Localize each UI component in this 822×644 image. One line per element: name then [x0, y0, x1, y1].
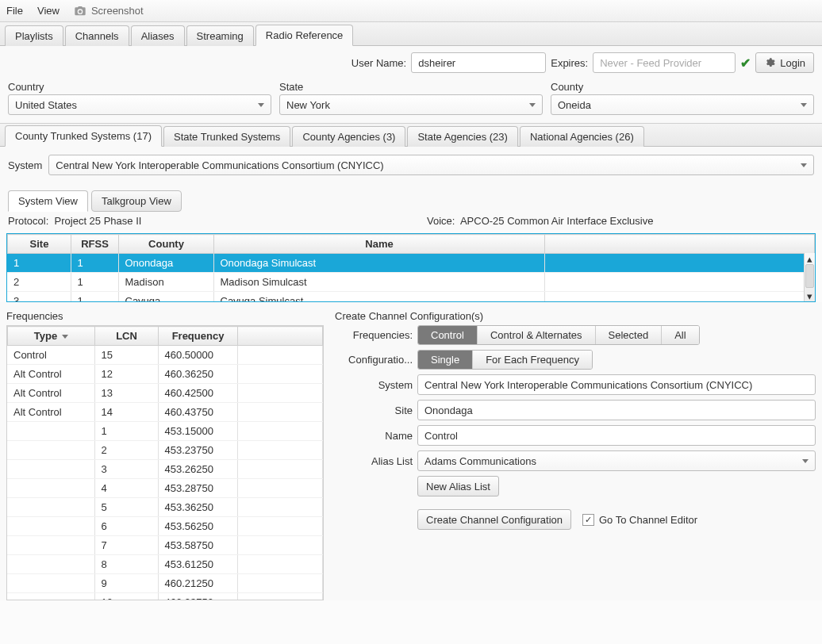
menu-file[interactable]: File: [6, 5, 23, 17]
seg-control[interactable]: Control: [418, 326, 478, 344]
goto-channel-editor-checkbox[interactable]: ✓ Go To Channel Editor: [582, 514, 697, 526]
view-tabs: System View Talkgroup View: [0, 185, 822, 212]
col-frequency[interactable]: Frequency: [159, 327, 238, 346]
cell-name: Madison Simulcast: [213, 273, 545, 292]
table-row[interactable]: 8453.61250: [7, 555, 323, 574]
create-channel-config-button[interactable]: Create Channel Configuration: [417, 509, 571, 530]
cell-type: [7, 479, 94, 498]
gear-icon: [764, 57, 775, 68]
tab-county-trunked[interactable]: County Trunked Systems (17): [5, 125, 162, 147]
lower-pane: Frequencies Type LCN Frequency Control15…: [0, 302, 822, 600]
seg-single[interactable]: Single: [418, 351, 473, 369]
table-row[interactable]: 2453.23750: [7, 441, 323, 460]
cell-freq: 460.23750: [158, 593, 237, 600]
table-row[interactable]: 31CayugaCayuga Simulcast: [7, 292, 815, 302]
site-table: Site RFSS County Name 11OnondagaOnondaga…: [6, 233, 816, 302]
tab-radio-reference[interactable]: Radio Reference: [255, 25, 354, 46]
frequencies-grid-body[interactable]: Control15460.50000Alt Control12460.36250…: [7, 346, 323, 600]
table-row[interactable]: 3453.26250: [7, 460, 323, 479]
country-label: Country: [8, 81, 271, 93]
col-site[interactable]: Site: [8, 235, 71, 254]
cell-lcn: 10: [94, 593, 158, 600]
tab-streaming[interactable]: Streaming: [186, 25, 254, 46]
county-value: Oneida: [558, 99, 591, 111]
tab-county-agencies[interactable]: County Agencies (3): [292, 126, 405, 147]
cell-type: [7, 536, 94, 555]
state-value: New York: [286, 99, 330, 111]
site-scrollbar[interactable]: ▴ ▾: [804, 253, 815, 301]
user-name-input[interactable]: [411, 52, 546, 73]
new-alias-list-button[interactable]: New Alias List: [417, 476, 499, 496]
name-input[interactable]: [417, 425, 816, 446]
cell-type: Alt Control: [7, 384, 94, 403]
cell-type: [7, 574, 94, 593]
cell-type: [7, 498, 94, 517]
table-row[interactable]: 9460.21250: [7, 574, 323, 593]
cell-rfss: 1: [71, 273, 118, 292]
cell-name: Onondaga Simulcast: [213, 254, 545, 273]
table-row[interactable]: 5453.36250: [7, 498, 323, 517]
col-rfss[interactable]: RFSS: [71, 235, 119, 254]
check-icon: ✔: [740, 56, 751, 71]
cell-freq: 453.61250: [158, 555, 237, 574]
seg-all[interactable]: All: [662, 326, 698, 344]
chevron-down-icon: [801, 103, 807, 107]
state-label: State: [279, 81, 543, 93]
tab-state-trunked[interactable]: State Trunked Systems: [163, 126, 290, 147]
tab-channels[interactable]: Channels: [65, 25, 129, 46]
table-row[interactable]: 6453.56250: [7, 517, 323, 536]
col-lcn[interactable]: LCN: [95, 327, 159, 346]
alias-list-combo[interactable]: Adams Communications: [417, 450, 816, 471]
cell-type: [7, 441, 94, 460]
seg-control-alt[interactable]: Control & Alternates: [478, 326, 596, 344]
tab-system-view[interactable]: System View: [8, 190, 88, 212]
tab-aliases[interactable]: Aliases: [131, 25, 185, 46]
table-row[interactable]: 11OnondagaOnondaga Simulcast: [7, 254, 815, 273]
scroll-down-icon[interactable]: ▾: [805, 290, 815, 301]
cell-freq: 453.23750: [158, 441, 237, 460]
col-county[interactable]: County: [119, 235, 214, 254]
cell-lcn: 4: [94, 479, 158, 498]
cell-freq: 453.36250: [158, 498, 237, 517]
table-row[interactable]: 10460.23750: [7, 593, 323, 600]
seg-selected[interactable]: Selected: [596, 326, 663, 344]
county-combo[interactable]: Oneida: [551, 94, 814, 115]
site-grid[interactable]: Site RFSS County Name: [7, 234, 815, 254]
table-row[interactable]: Control15460.50000: [7, 346, 323, 365]
main-tabs: Playlists Channels Aliases Streaming Rad…: [0, 22, 822, 46]
tab-national-agencies[interactable]: National Agencies (26): [520, 126, 644, 147]
menu-screenshot[interactable]: Screenshot: [74, 5, 144, 17]
table-row[interactable]: 7453.58750: [7, 536, 323, 555]
system-input[interactable]: [417, 374, 816, 395]
login-button[interactable]: Login: [755, 52, 814, 73]
system-row: System Central New York Interoperable Co…: [0, 147, 822, 185]
cell-site: 2: [7, 273, 71, 292]
country-combo[interactable]: United States: [8, 94, 271, 115]
cell-lcn: 5: [94, 498, 158, 517]
col-type[interactable]: Type: [8, 327, 95, 346]
cell-lcn: 9: [94, 574, 158, 593]
voice-value: APCO-25 Common Air Interface Exclusive: [460, 215, 653, 227]
table-row[interactable]: 4453.28750: [7, 479, 323, 498]
site-grid-body[interactable]: 11OnondagaOnondaga Simulcast21MadisonMad…: [7, 254, 815, 301]
menu-view[interactable]: View: [37, 5, 60, 17]
seg-for-each[interactable]: For Each Frequency: [473, 351, 592, 369]
table-row[interactable]: Alt Control12460.36250: [7, 365, 323, 384]
protocol-value: Project 25 Phase II: [55, 215, 142, 227]
state-combo[interactable]: New York: [279, 94, 543, 115]
tab-talkgroup-view[interactable]: Talkgroup View: [91, 190, 182, 212]
table-row[interactable]: Alt Control13460.42500: [7, 384, 323, 403]
cell-freq: 453.15000: [158, 422, 237, 441]
protocol-row: Protocol: Project 25 Phase II Voice: APC…: [0, 212, 822, 230]
tab-state-agencies[interactable]: State Agencies (23): [407, 126, 517, 147]
col-name[interactable]: Name: [214, 235, 545, 254]
site-input[interactable]: [417, 400, 816, 420]
login-button-label: Login: [780, 57, 805, 69]
table-row[interactable]: 21MadisonMadison Simulcast: [7, 273, 815, 292]
tab-playlists[interactable]: Playlists: [5, 25, 63, 46]
system-combo[interactable]: Central New York Interoperable Communica…: [48, 155, 814, 175]
table-row[interactable]: Alt Control14460.43750: [7, 403, 323, 422]
scroll-up-icon[interactable]: ▴: [805, 253, 815, 264]
scroll-thumb[interactable]: [805, 264, 814, 288]
table-row[interactable]: 1453.15000: [7, 422, 323, 441]
